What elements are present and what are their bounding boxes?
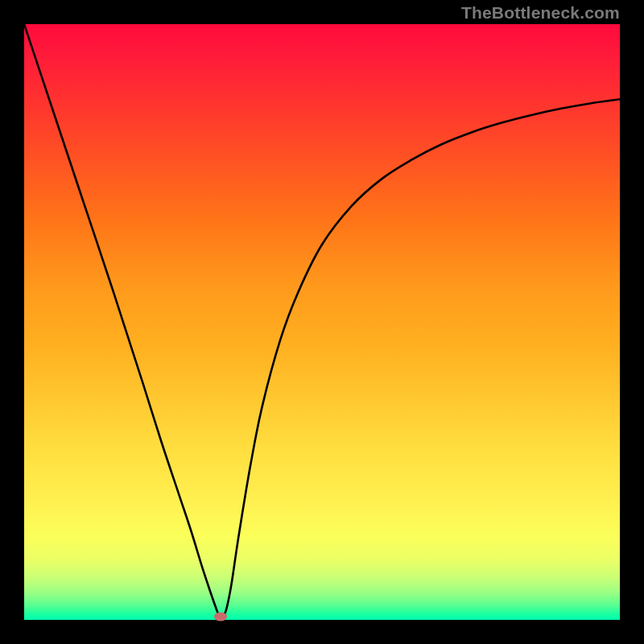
minimum-marker <box>214 613 227 621</box>
chart-frame: TheBottleneck.com <box>0 0 644 644</box>
plot-area <box>24 24 620 620</box>
watermark-text: TheBottleneck.com <box>461 3 620 23</box>
bottleneck-curve <box>24 24 620 618</box>
curve-svg <box>24 24 620 620</box>
